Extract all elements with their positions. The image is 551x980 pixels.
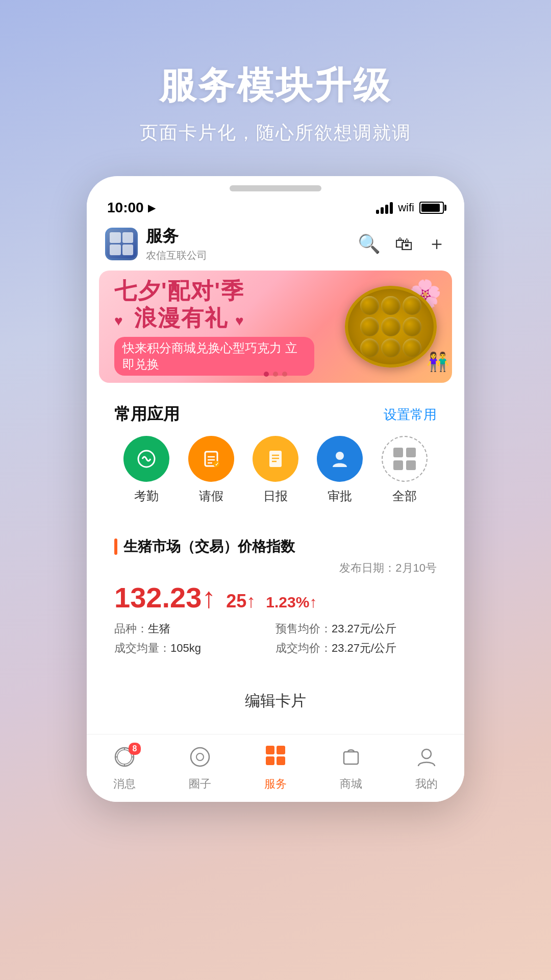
banner-title-line1: 七夕'配对'季	[114, 278, 314, 305]
phone-frame: 10:00 ▶ wifi	[87, 176, 464, 802]
wifi-icon: wifi	[398, 201, 414, 214]
mine-label: 我的	[415, 776, 438, 792]
all-label: 全部	[392, 488, 417, 504]
hero-subtitle: 页面卡片化，随心所欲想调就调	[140, 120, 411, 145]
app-name: 服务	[146, 225, 207, 248]
svg-rect-21	[277, 746, 285, 754]
price-pct: 1.23%↑	[266, 594, 317, 611]
set-common-button[interactable]: 设置常用	[384, 406, 437, 424]
banner-dots	[264, 372, 287, 377]
approval-label: 审批	[328, 488, 352, 504]
common-apps-section: 常用应用 设置常用 考勤	[99, 391, 452, 517]
messages-icon: 8	[113, 746, 136, 773]
price-change: 25↑	[226, 591, 256, 612]
banner-content: 七夕'配对'季 ♥ 浪漫有礼 ♥ 快来积分商城兑换心型巧克力 立即兑换 🌸	[99, 271, 452, 383]
market-date: 发布日期：2月10号	[114, 560, 437, 576]
service-label: 服务	[264, 776, 287, 792]
edit-card-button[interactable]: 编辑卡片	[99, 676, 452, 726]
daily-label: 日报	[263, 488, 288, 504]
battery-icon	[419, 202, 444, 214]
app-header-left: 服务 农信互联公司	[105, 225, 207, 262]
detail-trans-price: 成交均价：23.27元/公斤	[276, 641, 437, 656]
detail-presale: 预售均价：23.27元/公斤	[276, 621, 437, 636]
price-main: 132.23↑	[114, 581, 216, 614]
market-header: 生猪市场（交易）价格指数	[114, 537, 437, 556]
dot-3[interactable]	[282, 372, 287, 377]
hero-section: 服务模块升级 页面卡片化，随心所欲想调就调	[0, 0, 551, 176]
approval-icon	[317, 436, 363, 482]
app-sub: 农信互联公司	[146, 249, 207, 262]
signal-icon	[376, 202, 393, 214]
nav-item-shop[interactable]: 商城	[325, 746, 377, 792]
messages-badge: 8	[129, 743, 141, 755]
app-item-all[interactable]: 全部	[382, 436, 428, 504]
market-title: 生猪市场（交易）价格指数	[123, 537, 295, 556]
dot-1[interactable]	[264, 372, 269, 377]
app-header: 服务 农信互联公司 🔍 🛍 ＋	[87, 220, 464, 271]
app-item-attendance[interactable]: 考勤	[123, 436, 169, 504]
hero-title: 服务模块升级	[159, 61, 392, 110]
leave-icon: ✓	[188, 436, 234, 482]
svg-rect-23	[277, 756, 285, 765]
nav-item-messages[interactable]: 8 消息	[99, 746, 150, 792]
dot-2[interactable]	[273, 372, 278, 377]
banner-image: 🌸 👫	[330, 276, 452, 378]
nav-item-circle[interactable]: 圈子	[174, 746, 226, 792]
market-details: 品种：生猪 预售均价：23.27元/公斤 成交均量：105kg 成交均价：23.…	[114, 621, 437, 656]
daily-icon	[253, 436, 298, 482]
market-price-row: 132.23↑ 25↑ 1.23%↑	[114, 581, 437, 614]
attendance-label: 考勤	[134, 488, 159, 504]
banner-subtitle[interactable]: 快来积分商城兑换心型巧克力 立即兑换	[114, 337, 314, 376]
messages-label: 消息	[113, 776, 136, 792]
detail-breed: 品种：生猪	[114, 621, 276, 636]
banner-text-area: 七夕'配对'季 ♥ 浪漫有礼 ♥ 快来积分商城兑换心型巧克力 立即兑换	[99, 271, 330, 383]
app-title-group: 服务 农信互联公司	[146, 225, 207, 262]
banner-title: 七夕'配对'季 ♥ 浪漫有礼 ♥	[114, 278, 314, 332]
attendance-icon	[123, 436, 169, 482]
app-icon	[105, 228, 138, 260]
shop-icon	[340, 746, 362, 773]
common-apps-header: 常用应用 设置常用	[114, 403, 437, 426]
nav-item-service[interactable]: 服务	[250, 743, 301, 792]
status-bar: 10:00 ▶ wifi	[87, 191, 464, 220]
svg-point-18	[191, 748, 209, 766]
app-item-daily[interactable]: 日报	[253, 436, 298, 504]
status-icons: wifi	[376, 201, 444, 214]
status-time: 10:00	[107, 200, 144, 216]
detail-volume: 成交均量：105kg	[114, 641, 276, 656]
add-icon[interactable]: ＋	[428, 231, 446, 256]
bottom-nav: 8 消息 圈子 服务	[87, 734, 464, 802]
nav-item-mine[interactable]: 我的	[401, 746, 452, 792]
app-header-right: 🔍 🛍 ＋	[358, 231, 446, 256]
circle-label: 圈子	[189, 776, 211, 792]
app-item-leave[interactable]: ✓ 请假	[188, 436, 234, 504]
app-item-approval[interactable]: 审批	[317, 436, 363, 504]
all-icon	[382, 436, 428, 482]
banner-title-line2: ♥ 浪漫有礼 ♥	[114, 305, 314, 332]
heart-right-icon: ♥	[235, 313, 245, 329]
location-arrow-icon: ▶	[148, 202, 156, 214]
app-grid: 考勤 ✓ 请假	[114, 436, 437, 504]
common-apps-title: 常用应用	[114, 403, 180, 426]
heart-left-icon: ♥	[114, 313, 124, 329]
market-indicator	[114, 538, 117, 555]
phone-notch	[230, 185, 321, 191]
couple-icon: 👫	[427, 351, 449, 373]
search-icon[interactable]: 🔍	[358, 233, 381, 255]
svg-point-19	[196, 753, 204, 761]
cart-icon[interactable]: 🛍	[395, 233, 413, 255]
leave-label: 请假	[199, 488, 223, 504]
banner[interactable]: 七夕'配对'季 ♥ 浪漫有礼 ♥ 快来积分商城兑换心型巧克力 立即兑换 🌸	[99, 271, 452, 383]
service-icon	[263, 743, 288, 773]
svg-rect-24	[344, 752, 358, 764]
mine-icon	[415, 746, 438, 773]
svg-point-11	[336, 452, 344, 460]
circle-icon	[189, 746, 211, 773]
svg-point-25	[422, 749, 431, 758]
svg-rect-20	[266, 746, 274, 754]
svg-text:✓: ✓	[215, 461, 219, 467]
market-section: 生猪市场（交易）价格指数 发布日期：2月10号 132.23↑ 25↑ 1.23…	[99, 525, 452, 668]
chocolate-box	[345, 286, 437, 368]
shop-label: 商城	[340, 776, 362, 792]
svg-rect-22	[266, 756, 274, 765]
